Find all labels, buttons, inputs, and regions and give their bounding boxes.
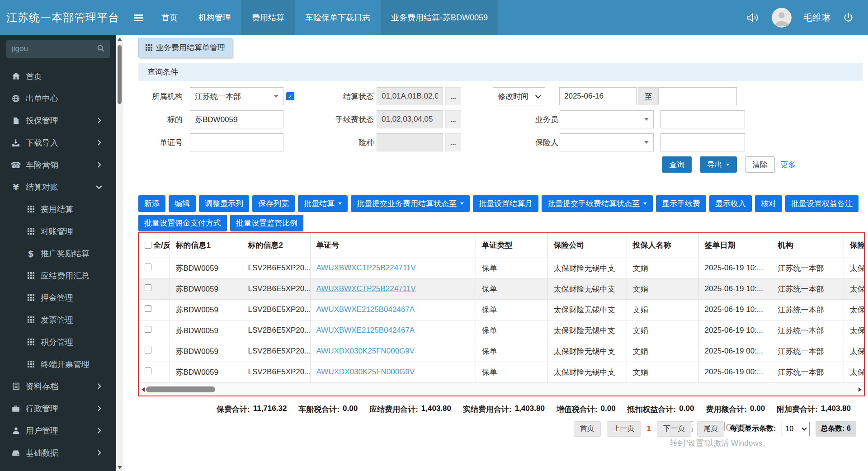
- search-icon[interactable]: [97, 44, 104, 54]
- prev-page-button[interactable]: 上一页: [607, 421, 641, 437]
- salesman-select[interactable]: [560, 110, 654, 128]
- row-checkbox[interactable]: [145, 264, 151, 270]
- summary-item: 应结费用合计:1,403.80: [369, 404, 451, 414]
- horizontal-scrollbar[interactable]: [139, 383, 864, 396]
- doc-no-link[interactable]: AWUXDX030K25FN000G9V: [316, 347, 415, 355]
- action-button[interactable]: 显示手续费: [656, 195, 706, 212]
- action-button[interactable]: 批量设置佣金支付方式: [138, 215, 227, 231]
- row-checkbox[interactable]: [145, 284, 151, 291]
- sidebar-item[interactable]: 下载导入: [0, 132, 116, 154]
- org-select[interactable]: 江苏统一本部: [190, 87, 283, 105]
- select-all-checkbox[interactable]: [145, 242, 151, 249]
- avatar[interactable]: [772, 8, 792, 28]
- row-checkbox[interactable]: [145, 367, 151, 374]
- scroll-up-arrow-icon[interactable]: [116, 35, 123, 42]
- sidebar-item[interactable]: 基础数据: [0, 442, 116, 464]
- target-input[interactable]: [190, 110, 283, 128]
- sidebar-item[interactable]: ¥结算对账: [0, 176, 116, 198]
- clear-button[interactable]: 清除: [745, 156, 775, 173]
- volume-icon[interactable]: [746, 12, 760, 24]
- chevron-right-icon: [93, 428, 105, 433]
- more-link[interactable]: 更多: [780, 160, 796, 170]
- table-cell: LSV2B6E5XP20...: [242, 362, 310, 382]
- doc-no-link[interactable]: AWUXDX030K25FN000G9V: [316, 367, 415, 376]
- export-button[interactable]: 导出: [700, 156, 737, 173]
- action-button[interactable]: 批量设置监管比例: [230, 215, 303, 231]
- row-checkbox[interactable]: [145, 305, 151, 312]
- topnav-item[interactable]: 首页: [151, 0, 188, 35]
- settle-status-more-button[interactable]: ...: [445, 87, 461, 105]
- topnav-item[interactable]: 车险保单下载日志: [295, 0, 381, 35]
- table-cell: AWUXDX030K25FN000G9V: [310, 341, 476, 362]
- doc-no-link[interactable]: AWUXBWXCTP25B224711V: [316, 264, 416, 272]
- sidebar-item[interactable]: 投保管理: [0, 109, 116, 132]
- salesman-input[interactable]: [660, 110, 745, 128]
- next-page-button[interactable]: 下一页: [657, 421, 691, 437]
- doc-no-input[interactable]: [190, 133, 283, 151]
- doc-no-link[interactable]: AWUXBWXE2125B042467A: [316, 305, 415, 314]
- sidebar-item[interactable]: ☎车险营销: [0, 154, 116, 176]
- sidebar-scrollbar[interactable]: [116, 35, 123, 471]
- row-checkbox[interactable]: [145, 347, 151, 353]
- action-button[interactable]: 批量结算: [298, 195, 348, 212]
- tab-business-fee-settlement[interactable]: 业务费用结算单管理: [138, 38, 232, 57]
- first-page-button[interactable]: 首页: [574, 421, 601, 437]
- fee-status-more-button[interactable]: ...: [445, 110, 461, 128]
- action-button[interactable]: 批量提交手续费结算状态至: [542, 195, 653, 212]
- power-icon[interactable]: [842, 12, 854, 24]
- topnav-item[interactable]: 费用结算: [241, 0, 295, 35]
- yen-icon: ¥: [10, 182, 22, 192]
- topnav-item[interactable]: 机构管理: [188, 0, 241, 35]
- horizontal-scrollbar-thumb[interactable]: [146, 386, 215, 392]
- org-checkbox[interactable]: [286, 92, 294, 100]
- sidebar-subitem[interactable]: 发票管理: [0, 309, 116, 331]
- table-cell: 2025-06-19 00:...: [698, 341, 772, 362]
- sidebar-item[interactable]: 首页: [0, 65, 116, 87]
- sidebar-subitem[interactable]: $推广奖励结算: [0, 242, 116, 264]
- action-button[interactable]: 显示收入: [709, 195, 752, 212]
- sidebar-subitem[interactable]: 押金管理: [0, 287, 116, 309]
- last-page-button[interactable]: 尾页: [697, 421, 724, 437]
- date-to-input[interactable]: [659, 87, 737, 105]
- insurance-type-input[interactable]: [377, 133, 443, 151]
- date-from-input[interactable]: [559, 87, 637, 105]
- action-button[interactable]: 新添: [138, 195, 165, 212]
- action-button[interactable]: 批量设置权益备注: [785, 195, 859, 212]
- action-button[interactable]: 批量提交业务费用结算状态至: [351, 195, 470, 212]
- sidebar-item[interactable]: 出单中心: [0, 87, 116, 109]
- insurance-type-more-button[interactable]: ...: [445, 133, 461, 151]
- insurer-select[interactable]: [560, 133, 654, 151]
- sidebar-subitem[interactable]: 对账管理: [0, 220, 116, 242]
- action-button[interactable]: 核对: [755, 195, 782, 212]
- settle-status-input[interactable]: [377, 87, 443, 105]
- sidebar-toggle-button[interactable]: [127, 0, 151, 35]
- topnav-item[interactable]: 业务费用结算-苏BDW0059: [381, 0, 498, 35]
- sidebar-scrollbar-thumb[interactable]: [118, 45, 122, 104]
- scroll-right-arrow-icon[interactable]: [856, 383, 864, 396]
- sidebar-subitem[interactable]: 费用结算: [0, 198, 116, 220]
- action-button[interactable]: 调整显示列: [199, 195, 249, 212]
- doc-no-link[interactable]: AWUXBWXCTP25B224711V: [316, 284, 416, 293]
- row-checkbox[interactable]: [145, 326, 151, 333]
- sidebar-item[interactable]: 行政管理: [0, 397, 116, 419]
- sidebar-item[interactable]: 资料存档: [0, 375, 116, 397]
- action-button[interactable]: 保存列宽: [252, 195, 295, 212]
- username-label[interactable]: 毛维琳: [803, 12, 830, 24]
- time-type-select[interactable]: 修改时间: [493, 87, 545, 105]
- doc-no-link[interactable]: AWUXBWXE2125B042467A: [316, 326, 415, 334]
- table-cell: LSV2B6E5XP20...: [242, 299, 310, 320]
- total-count-badge: 总条数: 6: [816, 421, 856, 437]
- insurer-input[interactable]: [660, 133, 745, 151]
- sidebar-subitem[interactable]: 积分管理: [0, 331, 116, 353]
- per-page-select[interactable]: 10: [782, 422, 810, 436]
- sidebar-item[interactable]: 用户管理: [0, 419, 116, 442]
- scroll-down-arrow-icon[interactable]: [116, 464, 123, 471]
- sidebar-subitem[interactable]: 终端开票管理: [0, 353, 116, 375]
- search-button[interactable]: 查询: [662, 156, 692, 173]
- sidebar-subitem[interactable]: 应结费用汇总: [0, 264, 116, 287]
- table-header-cell: 单证号: [310, 233, 476, 258]
- fee-status-input[interactable]: [377, 110, 443, 128]
- sidebar-search-input[interactable]: [12, 44, 97, 53]
- action-button[interactable]: 编辑: [169, 195, 196, 212]
- action-button[interactable]: 批量设置结算月: [473, 195, 538, 212]
